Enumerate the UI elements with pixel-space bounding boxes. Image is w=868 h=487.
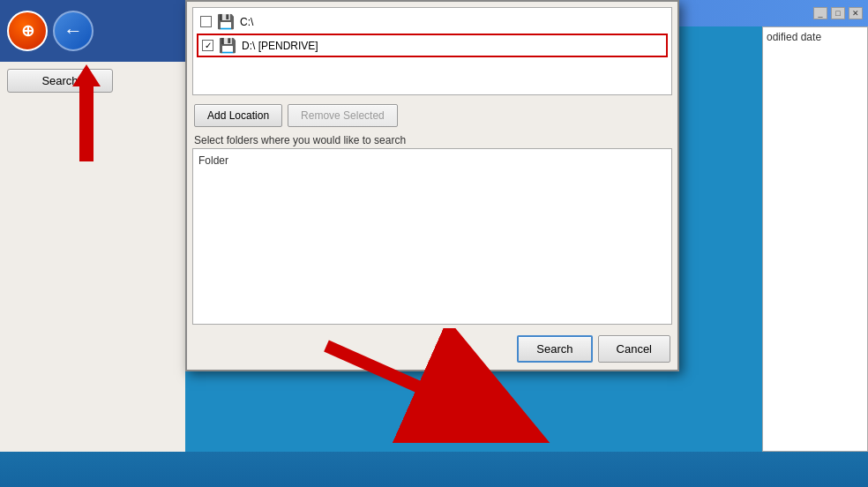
drive-d-checkbox[interactable]: ✓ <box>202 40 213 51</box>
drive-d-icon: 💾 <box>219 37 236 54</box>
modified-date-header: odified date <box>767 31 821 43</box>
svg-line-4 <box>326 346 485 416</box>
folder-label: Folder <box>198 154 666 167</box>
drive-d-label: D:\ [PENDRIVE] <box>242 40 318 52</box>
drive-c-icon: 💾 <box>217 13 235 30</box>
cancel-button[interactable]: Cancel <box>598 335 670 363</box>
taskbar <box>0 452 868 487</box>
svg-rect-1 <box>79 86 94 161</box>
app-header: ⊕ ← <box>0 0 185 62</box>
minimize-button[interactable]: _ <box>813 7 827 19</box>
dialog: 💾 C:\ ✓ 💾 D:\ [PENDRIVE] Add Location Re… <box>185 0 679 371</box>
drive-c-checkbox[interactable] <box>200 16 212 27</box>
svg-marker-2 <box>72 64 101 86</box>
action-buttons-row: Add Location Remove Selected <box>187 99 677 132</box>
logo-icon: ⊕ <box>7 11 48 51</box>
arrow-diagonal-indicator <box>309 328 556 443</box>
back-button[interactable]: ← <box>53 11 94 51</box>
drive-d-item[interactable]: ✓ 💾 D:\ [PENDRIVE] <box>197 34 668 57</box>
select-instruction: Select folders where you would like to s… <box>187 132 677 148</box>
drive-c-item[interactable]: 💾 C:\ <box>197 11 668 32</box>
arrow-up-indicator <box>51 60 122 166</box>
modified-date-column: odified date <box>762 26 868 452</box>
remove-selected-button[interactable]: Remove Selected <box>288 104 398 127</box>
folder-area: Folder <box>192 148 672 325</box>
drive-list: 💾 C:\ ✓ 💾 D:\ [PENDRIVE] <box>192 7 672 95</box>
close-button[interactable]: ✕ <box>849 7 863 19</box>
add-location-button[interactable]: Add Location <box>194 104 282 127</box>
maximize-button[interactable]: □ <box>831 7 845 19</box>
drive-c-label: C:\ <box>240 16 253 28</box>
